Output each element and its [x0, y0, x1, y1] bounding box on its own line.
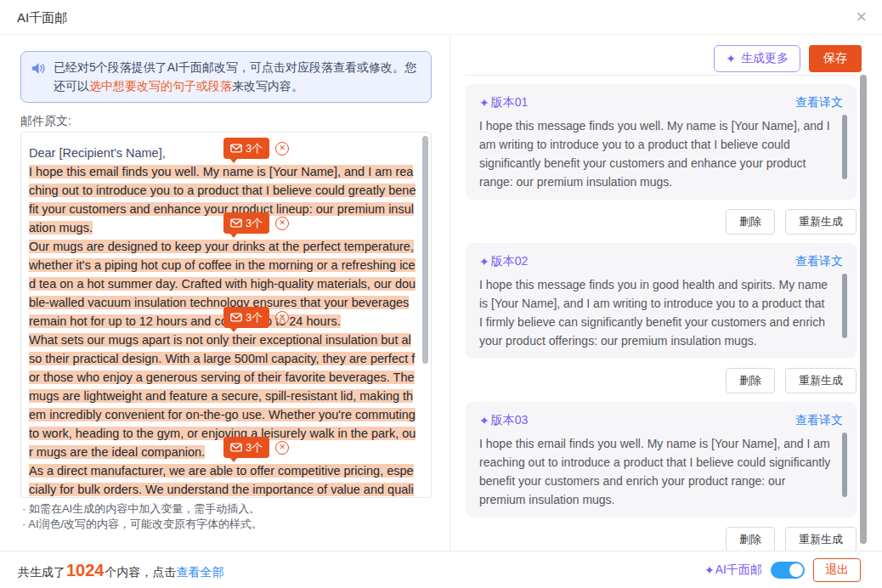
right-toolbar: ✦ 生成更多 保存 [714, 45, 862, 72]
paragraph-badge-group: 3个 ✕ [223, 307, 289, 328]
email-original-box[interactable]: Dear [Recipient's Name], I hope this ema… [20, 132, 432, 498]
original-email-label: 邮件原文: [20, 114, 71, 129]
notice-banner: 已经对5个段落提供了AI千面邮改写，可点击对应段落查看或修改。您还可以选中想要改… [20, 51, 432, 103]
envelope-icon [230, 218, 242, 228]
badge-dismiss-icon[interactable]: ✕ [275, 142, 289, 155]
generated-summary: 共生成了1024个内容，点击查看全部 [18, 560, 224, 580]
paragraph-badge-group: 3个 ✕ [223, 437, 289, 458]
badge-dismiss-icon[interactable]: ✕ [275, 217, 289, 230]
paragraph-versions-badge[interactable]: 3个 [223, 437, 269, 458]
version-card-scrollbar[interactable] [842, 433, 847, 497]
ai-toggle-label: ✦ AI千面邮 [704, 563, 762, 578]
notice-text: 已经对5个段落提供了AI千面邮改写，可点击对应段落查看或修改。您还可以选中想要改… [54, 58, 421, 95]
version-actions: 删除 重新生成 [466, 368, 857, 393]
speaker-icon [31, 61, 46, 95]
ai-email-modal: AI千面邮 × 已经对5个段落提供了AI千面邮改写，可点击对应段落查看或修改。您… [0, 0, 882, 588]
view-all-link[interactable]: 查看全部 [177, 564, 224, 580]
delete-button[interactable]: 删除 [726, 527, 775, 551]
badge-count: 3个 [246, 141, 263, 156]
regenerate-button[interactable]: 重新生成 [785, 527, 857, 551]
paragraph-badge-group: 3个 ✕ [223, 138, 289, 159]
versions-list: ✦ 版本01 查看译文 I hope this message finds yo… [466, 75, 857, 551]
version-title: ✦ 版本01 [479, 95, 528, 110]
version-card-scrollbar[interactable] [842, 115, 847, 179]
email-box-scrollbar[interactable] [422, 136, 428, 364]
paragraph-badge-group: 3个 ✕ [223, 212, 289, 234]
version-card-header: ✦ 版本01 查看译文 [479, 93, 843, 113]
save-button[interactable]: 保存 [809, 45, 862, 72]
regenerate-button[interactable]: 重新生成 [785, 368, 857, 393]
email-paragraph[interactable]: What sets our mugs apart is not only the… [29, 331, 416, 461]
sparkle-icon: ✦ [479, 414, 489, 427]
version-title: ✦ 版本03 [479, 413, 528, 428]
left-panel: 已经对5个段落提供了AI千面邮改写，可点击对应段落查看或修改。您还可以选中想要改… [0, 35, 450, 551]
generate-more-button[interactable]: ✦ 生成更多 [714, 45, 800, 72]
version-card: ✦ 版本02 查看译文 I hope this message finds yo… [466, 243, 857, 359]
envelope-icon [230, 144, 242, 153]
regenerate-button[interactable]: 重新生成 [785, 209, 857, 235]
generate-more-label: 生成更多 [741, 51, 789, 66]
notes: · 如需在AI生成的内容中加入变量，需手动插入。 · AI润色/改写的内容，可能… [22, 501, 263, 532]
version-card: ✦ 版本03 查看译文 I hope this email finds you … [466, 402, 857, 517]
generated-prefix: 共生成了 [18, 564, 65, 580]
email-paragraph[interactable]: As a direct manufacturer, we are able to… [29, 461, 416, 498]
generated-suffix: 个内容，点击 [105, 564, 177, 580]
exit-button[interactable]: 退出 [813, 558, 861, 582]
version-card: ✦ 版本01 查看译文 I hope this message finds yo… [466, 84, 857, 200]
footer: 共生成了1024个内容，点击查看全部 ✦ AI千面邮 退出 [0, 551, 882, 588]
paragraph-versions-badge[interactable]: 3个 [223, 307, 269, 328]
delete-button[interactable]: 删除 [726, 209, 775, 235]
notice-text-highlight[interactable]: 选中想要改写的句子或段落 [89, 79, 232, 93]
badge-dismiss-icon[interactable]: ✕ [275, 441, 289, 455]
modal-header: AI千面邮 × [0, 0, 882, 35]
badge-count: 3个 [246, 440, 263, 455]
view-translation-link[interactable]: 查看译文 [795, 254, 843, 269]
envelope-icon [230, 313, 242, 322]
right-panel: ✦ 生成更多 保存 ✦ 版本01 查看译文 I hope this messag… [451, 35, 882, 551]
close-icon[interactable]: × [856, 6, 867, 28]
email-paragraph[interactable]: I hope this email finds you well. My nam… [29, 162, 416, 237]
version-card-header: ✦ 版本02 查看译文 [479, 252, 843, 272]
paragraph-versions-badge[interactable]: 3个 [223, 212, 269, 234]
version-title: ✦ 版本02 [479, 254, 528, 269]
version-text[interactable]: I hope this email finds you well. My nam… [479, 434, 843, 507]
email-original-text[interactable]: Dear [Recipient's Name], I hope this ema… [29, 144, 416, 498]
version-card-header: ✦ 版本03 查看译文 [479, 410, 843, 431]
badge-count: 3个 [246, 310, 263, 325]
badge-dismiss-icon[interactable]: ✕ [275, 311, 289, 325]
version-card-scrollbar[interactable] [842, 274, 847, 338]
view-translation-link[interactable]: 查看译文 [795, 95, 843, 110]
version-actions: 删除 重新生成 [466, 527, 857, 551]
sparkle-icon: ✦ [704, 563, 715, 577]
email-salutation[interactable]: Dear [Recipient's Name], [29, 144, 416, 162]
sparkle-icon: ✦ [479, 255, 489, 269]
email-paragraph[interactable]: Our mugs are designed to keep your drink… [29, 237, 416, 331]
sparkle-icon: ✦ [479, 96, 489, 110]
envelope-icon [230, 443, 242, 452]
sparkle-icon: ✦ [726, 52, 736, 65]
footer-controls: ✦ AI千面邮 退出 [704, 558, 861, 582]
version-actions: 删除 重新生成 [466, 209, 857, 235]
ai-toggle[interactable] [771, 562, 805, 579]
view-translation-link[interactable]: 查看译文 [795, 413, 843, 428]
toggle-knob [789, 563, 803, 577]
paragraph-versions-badge[interactable]: 3个 [223, 138, 269, 159]
notice-text-after: 来改写内容。 [232, 79, 303, 93]
versions-scrollbar[interactable] [860, 75, 867, 544]
note-line: · AI润色/改写的内容，可能改变原有字体的样式。 [22, 517, 263, 532]
page-title: AI千面邮 [17, 10, 67, 26]
version-text[interactable]: I hope this message finds you well. My n… [479, 116, 843, 189]
note-line: · 如需在AI生成的内容中加入变量，需手动插入。 [22, 501, 263, 517]
generated-count: 1024 [66, 560, 105, 580]
version-text[interactable]: I hope this message finds you in good he… [479, 275, 843, 348]
delete-button[interactable]: 删除 [726, 368, 775, 393]
badge-count: 3个 [246, 216, 263, 231]
